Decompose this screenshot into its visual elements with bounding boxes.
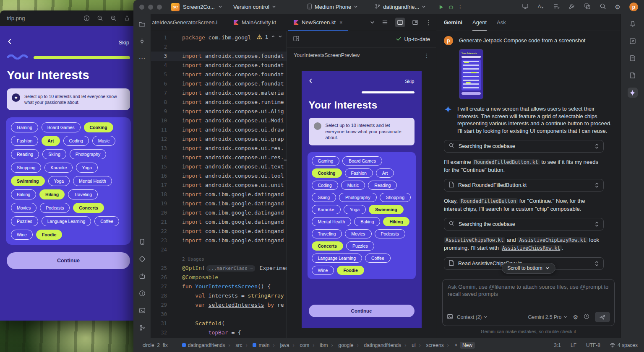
info-card: Select up to 10 interests and let everyo… (309, 118, 415, 145)
device-mirror-icon[interactable] (522, 3, 529, 11)
code-text: import androidx.compose.foundat (167, 79, 284, 88)
status-left-item[interactable]: _circle_2_fix (140, 342, 168, 348)
interest-chip: Wine (11, 230, 33, 240)
run-button[interactable] (438, 4, 444, 10)
inspections-widget[interactable]: 1 (254, 34, 282, 40)
preview-name: YourInterestsScreenPreview (294, 52, 360, 58)
hidden-tabs-chevron-icon[interactable] (370, 19, 375, 26)
project-selector[interactable]: SC Screen2Co... (171, 3, 222, 11)
tool-call-search-codebase[interactable]: Searching the codebase (444, 140, 604, 153)
ai-actions-icon[interactable]: A (537, 3, 544, 11)
tool-call-search-codebase[interactable]: Searching the codebase (444, 218, 604, 230)
code-editor[interactable]: 1 package com.ibm.googl 2 3 (151, 31, 287, 338)
split-editor-icon[interactable] (293, 35, 300, 43)
resource-manager-icon[interactable] (137, 254, 147, 264)
interest-chip: Yoga (48, 176, 70, 186)
attached-screenshot-thumbnail[interactable]: Your Interests (459, 49, 483, 99)
history-clock-icon[interactable] (584, 313, 589, 321)
search-icon[interactable] (600, 3, 606, 11)
file-reference[interactable]: RoundedFilledButton.kt (472, 159, 540, 165)
layout-inspector-icon[interactable] (584, 3, 591, 11)
tool-call-read-file[interactable]: Read RoundedFilledButton.kt (444, 179, 604, 192)
breadcrumb-item[interactable]: ✦ screens (416, 342, 444, 348)
breadcrumb-item[interactable]: ✦ java (269, 342, 289, 348)
breadcrumb-item[interactable]: ✦ main (242, 342, 269, 348)
close-tab-icon[interactable]: × (339, 19, 343, 26)
file-reference[interactable]: AssistiveChipsRow.kt (444, 237, 505, 243)
gemini-text: I'll examine RoundedFilledButton.kt to s… (444, 158, 604, 173)
breadcrumb-item[interactable]: ✦ google (328, 342, 353, 348)
git-log-icon[interactable] (137, 323, 147, 333)
commit-icon[interactable] (137, 36, 147, 46)
breadcrumb-item[interactable]: ✦ ibm (309, 342, 328, 348)
line-ending-indicator[interactable]: LF (571, 342, 576, 348)
send-button[interactable] (595, 312, 610, 322)
tab-ask[interactable]: Ask (497, 14, 506, 31)
gemini-prompt-input[interactable] (448, 283, 609, 303)
terminal-icon[interactable] (137, 305, 147, 316)
branch-selector[interactable]: datingandfrie... (375, 3, 426, 10)
user-avatar[interactable]: p (629, 3, 638, 11)
device-manager-icon[interactable] (628, 36, 638, 46)
zoom-button[interactable] (157, 5, 162, 10)
breadcrumb-item[interactable]: ✦ datingandfriends (354, 342, 402, 348)
debug-button[interactable] (448, 4, 454, 10)
symbol-reference[interactable]: RoundedFilledButton (459, 198, 518, 204)
file-reference[interactable]: AssistiveChipLazyRow.kt (517, 237, 587, 243)
design-view-icon[interactable] (410, 18, 420, 27)
code-text: import androidx.compose.ui.Modi (167, 116, 284, 125)
device-selector[interactable]: Medium Phone (307, 3, 358, 11)
build-tools-icon[interactable] (568, 3, 575, 11)
split-view-icon[interactable] (395, 18, 405, 27)
scroll-to-bottom-button[interactable]: Scroll to bottom (501, 263, 555, 274)
gemini-input-box[interactable]: Context (2) Gemini 2.5 Pro ⚙ (442, 279, 615, 326)
breadcrumb-item[interactable]: ✦ ui (401, 342, 415, 348)
prev-issue-chevron-icon[interactable] (271, 34, 275, 40)
file-reference-link[interactable]: AssistiveChipsRow.kt (501, 245, 562, 251)
tab-agent[interactable]: Agent (472, 14, 487, 31)
indent-indicator[interactable]: 4 spaces (610, 342, 638, 348)
breadcrumb-item[interactable]: ✦ src (225, 342, 242, 348)
info-icon[interactable] (83, 15, 90, 21)
more-actions-kebab-icon[interactable]: ⋮ (457, 4, 463, 10)
editor-kebab-icon[interactable]: ⋮ (425, 19, 432, 26)
task-list-icon[interactable] (553, 3, 560, 11)
notifications-bell-icon[interactable] (628, 19, 638, 29)
preview-kebab-icon[interactable]: ⋮ (424, 52, 430, 59)
expand-icon[interactable] (594, 221, 599, 227)
share-icon[interactable] (124, 15, 130, 21)
gemini-chat[interactable]: p Generate Jetpack Compose code from a s… (436, 31, 621, 276)
expand-icon[interactable] (594, 182, 599, 188)
caret-position[interactable]: 3:1 (554, 342, 561, 348)
model-selector[interactable]: Gemini 2.5 Pro (528, 314, 567, 320)
breadcrumb-item[interactable]: ✦ New (444, 342, 475, 349)
device-explorer-icon[interactable] (628, 70, 638, 80)
build-variants-icon[interactable] (628, 53, 638, 63)
context-selector[interactable]: Context (2) (457, 314, 488, 320)
problems-icon[interactable] (137, 288, 147, 298)
gemini-settings-gear-icon[interactable]: ⚙ (573, 314, 578, 321)
next-issue-chevron-icon[interactable] (278, 34, 282, 40)
attach-image-icon[interactable] (447, 313, 453, 321)
gemini-star-icon[interactable] (628, 88, 638, 98)
tab-main-activity[interactable]: MainActivity.kt (228, 14, 282, 31)
zoom-in-icon[interactable] (110, 15, 117, 21)
minimize-button[interactable] (148, 5, 153, 10)
tab-new-screen[interactable]: NewScreen.kt × (288, 14, 348, 31)
code-text: var selectedInterests by re (167, 300, 284, 310)
project-folder-icon[interactable] (137, 19, 147, 29)
build-icon[interactable] (137, 271, 147, 281)
more-tool-windows-icon[interactable]: ⋯ (137, 53, 147, 63)
encoding-indicator[interactable]: UTF-8 (586, 342, 600, 348)
code-view-icon[interactable] (380, 18, 390, 27)
breadcrumb-item[interactable]: ✦ com (289, 342, 309, 348)
expand-icon[interactable] (594, 261, 599, 267)
vcs-widget[interactable]: Version control (233, 4, 276, 10)
breadcrumb-item[interactable]: ✦ datingandfriends (182, 342, 225, 348)
close-button[interactable] (139, 5, 144, 10)
running-devices-icon[interactable] (137, 237, 147, 247)
tab-idea-generator-screen[interactable]: ateIdeasGeneratorScreen.kt (151, 14, 217, 31)
settings-gear-icon[interactable]: ⚙ (615, 4, 621, 10)
expand-icon[interactable] (594, 143, 599, 149)
zoom-out-icon[interactable] (97, 15, 103, 21)
